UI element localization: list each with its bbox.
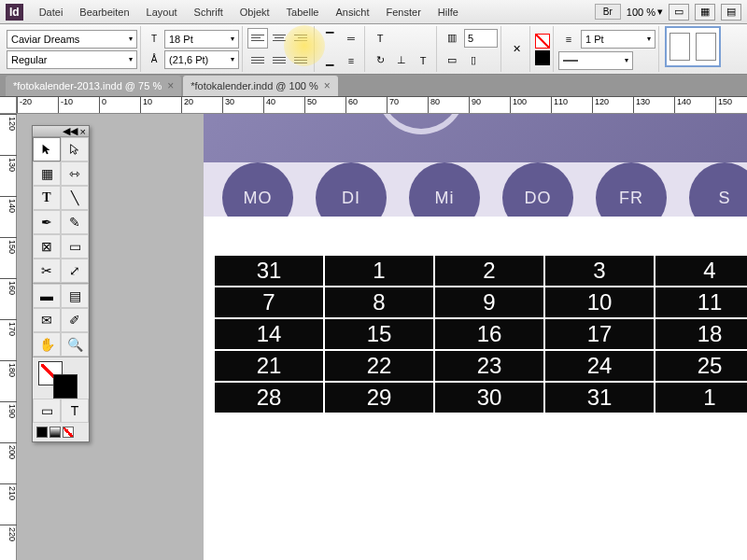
menu-bearbeiten[interactable]: Bearbeiten bbox=[71, 3, 137, 21]
toolbox-header[interactable]: ◀◀× bbox=[33, 126, 89, 137]
justify-center-button[interactable] bbox=[269, 50, 289, 71]
menu-ansicht[interactable]: Ansicht bbox=[327, 3, 377, 21]
ruler-horizontal[interactable]: -20-100102030405060708090100110120130140… bbox=[17, 97, 747, 114]
calendar-cell[interactable]: 11 bbox=[655, 287, 747, 317]
gradient-feather-tool[interactable]: ▤ bbox=[61, 284, 89, 308]
align-right-button[interactable] bbox=[290, 28, 311, 49]
calendar-cell[interactable]: 24 bbox=[545, 351, 654, 381]
calendar-cell[interactable]: 9 bbox=[435, 287, 543, 317]
justify-right-button[interactable] bbox=[290, 50, 311, 71]
calendar-cell[interactable]: 16 bbox=[435, 319, 543, 349]
valign-bottom-button[interactable]: ▁ bbox=[319, 50, 340, 71]
text-frame-button[interactable]: T bbox=[370, 28, 390, 49]
ruler-vertical[interactable]: 1201301401501601701801902002102202302402… bbox=[0, 114, 17, 560]
pen-tool[interactable]: ✒ bbox=[33, 210, 61, 234]
type-tool[interactable]: T bbox=[33, 186, 61, 210]
rectangle-frame-tool[interactable]: ⊠ bbox=[33, 234, 61, 259]
calendar-cell[interactable]: 7 bbox=[215, 287, 323, 317]
menu-fenster[interactable]: Fenster bbox=[378, 3, 430, 21]
page-tool[interactable]: ▦ bbox=[33, 161, 61, 186]
merge-cells-button[interactable]: ▭ bbox=[442, 50, 462, 71]
stroke-style-select[interactable]: ▾ bbox=[558, 51, 633, 70]
free-transform-tool[interactable]: ⤢ bbox=[61, 259, 89, 283]
split-cells-button[interactable]: ▯ bbox=[463, 50, 484, 71]
leading-input[interactable]: (21,6 Pt)▾ bbox=[164, 50, 239, 69]
bridge-button[interactable]: Br bbox=[595, 4, 621, 20]
calendar-cell[interactable]: 3 bbox=[545, 256, 654, 286]
zoom-level[interactable]: 100 % ▾ bbox=[627, 6, 663, 18]
calendar-cell[interactable]: 25 bbox=[655, 351, 747, 381]
align-center-button[interactable] bbox=[269, 28, 289, 49]
menubar: Id Datei Bearbeiten Layout Schrift Objek… bbox=[0, 0, 747, 24]
stroke-weight-input[interactable]: 1 Pt▾ bbox=[581, 30, 655, 49]
valign-justify-button[interactable]: ≡ bbox=[341, 50, 361, 71]
font-style-select[interactable]: Regular▾ bbox=[7, 50, 137, 69]
no-break-button[interactable]: ✕ bbox=[506, 39, 527, 60]
calendar-cell[interactable]: 14 bbox=[215, 319, 323, 349]
zoom-tool[interactable]: 🔍 bbox=[61, 332, 89, 357]
workspace-icon[interactable]: ▤ bbox=[721, 4, 741, 21]
rectangle-tool[interactable]: ▭ bbox=[61, 234, 89, 259]
calendar-cell[interactable]: 10 bbox=[545, 287, 654, 317]
calendar-cell[interactable]: 18 bbox=[655, 319, 747, 349]
rotate-text-button[interactable]: ↻ bbox=[370, 50, 390, 71]
columns-input[interactable]: 5 bbox=[464, 29, 498, 48]
calendar-cell[interactable]: 1 bbox=[655, 383, 747, 413]
tab-fotokalender[interactable]: *fotokalender.indd @ 100 %× bbox=[183, 76, 338, 96]
hand-tool[interactable]: ✋ bbox=[33, 332, 61, 357]
line-tool[interactable]: ╲ bbox=[61, 186, 89, 210]
menu-hilfe[interactable]: Hilfe bbox=[430, 3, 467, 21]
calendar-cell[interactable]: 4 bbox=[655, 256, 747, 286]
menu-tabelle[interactable]: Tabelle bbox=[278, 3, 328, 21]
calendar-cell[interactable]: 21 bbox=[215, 351, 323, 381]
valign-center-button[interactable]: ═ bbox=[341, 28, 361, 49]
calendar-cell[interactable]: 22 bbox=[325, 351, 433, 381]
color-mode-row[interactable] bbox=[33, 423, 89, 441]
note-tool[interactable]: ✉ bbox=[33, 308, 61, 332]
ruler-origin[interactable] bbox=[0, 97, 17, 114]
close-icon[interactable]: × bbox=[324, 79, 331, 92]
menu-layout[interactable]: Layout bbox=[138, 3, 186, 21]
font-family-select[interactable]: Caviar Dreams▾ bbox=[7, 30, 137, 49]
leading-icon: Å bbox=[146, 51, 162, 68]
valign-top-button[interactable]: ▔ bbox=[319, 28, 340, 49]
vertical-text-button[interactable]: ⊥ bbox=[391, 50, 412, 71]
gap-tool[interactable]: ⇿ bbox=[61, 161, 89, 186]
fill-swatch[interactable] bbox=[535, 50, 550, 65]
calendar-cell[interactable]: 31 bbox=[545, 383, 654, 413]
stroke-swatch[interactable] bbox=[535, 34, 550, 49]
justify-left-button[interactable] bbox=[247, 50, 268, 71]
menu-objekt[interactable]: Objekt bbox=[232, 3, 278, 21]
calendar-cell[interactable]: 1 bbox=[325, 256, 433, 286]
gradient-swatch-tool[interactable]: ▬ bbox=[33, 284, 61, 308]
scissors-tool[interactable]: ✂ bbox=[33, 259, 61, 283]
font-size-input[interactable]: 18 Pt▾ bbox=[164, 30, 239, 49]
page-preview[interactable] bbox=[665, 26, 721, 67]
calendar-table[interactable]: 3112347891011141516171821222324252829303… bbox=[213, 254, 747, 414]
horizontal-text-button[interactable]: T bbox=[413, 50, 433, 71]
direct-selection-tool[interactable] bbox=[61, 137, 89, 161]
formatting-text-button[interactable]: T bbox=[61, 399, 89, 423]
pencil-tool[interactable]: ✎ bbox=[61, 210, 89, 234]
formatting-container-button[interactable]: ▭ bbox=[33, 399, 61, 423]
eyedropper-tool[interactable]: ✐ bbox=[61, 308, 89, 332]
menu-schrift[interactable]: Schrift bbox=[186, 3, 232, 21]
selection-tool[interactable] bbox=[33, 137, 61, 161]
calendar-cell[interactable]: 30 bbox=[435, 383, 543, 413]
calendar-cell[interactable]: 23 bbox=[435, 351, 543, 381]
calendar-cell[interactable]: 31 bbox=[215, 256, 323, 286]
calendar-cell[interactable]: 17 bbox=[545, 319, 654, 349]
calendar-cell[interactable]: 8 bbox=[325, 287, 433, 317]
canvas-area[interactable]: MO DI Mi DO FR S 31123478910111415161718… bbox=[17, 114, 747, 560]
screen-mode-icon[interactable]: ▭ bbox=[669, 4, 689, 21]
fill-stroke-swatches[interactable] bbox=[33, 357, 89, 399]
calendar-cell[interactable]: 2 bbox=[435, 256, 543, 286]
calendar-cell[interactable]: 15 bbox=[325, 319, 433, 349]
align-left-button[interactable] bbox=[247, 28, 268, 49]
close-icon[interactable]: × bbox=[167, 79, 174, 92]
calendar-cell[interactable]: 29 bbox=[325, 383, 433, 413]
arrange-icon[interactable]: ▦ bbox=[695, 4, 715, 21]
calendar-cell[interactable]: 28 bbox=[215, 383, 323, 413]
menu-datei[interactable]: Datei bbox=[31, 3, 72, 21]
tab-fotokalender-2013[interactable]: *fotokalender-2013.indd @ 75 %× bbox=[6, 76, 181, 96]
